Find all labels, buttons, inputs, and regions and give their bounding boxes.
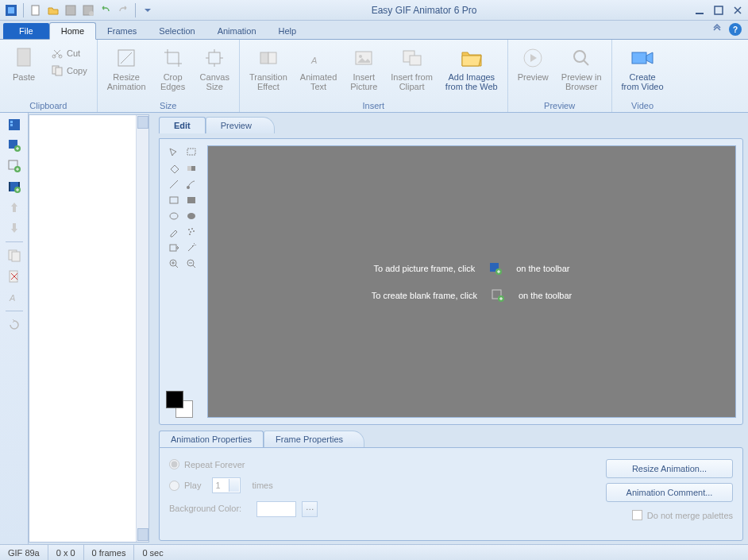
crop-edges-button[interactable]: Crop Edges — [154, 42, 192, 95]
undo-icon[interactable] — [98, 2, 114, 18]
background-color-picker[interactable] — [256, 501, 296, 517]
copy-icon — [51, 64, 64, 77]
delete-frame-icon[interactable] — [5, 268, 24, 285]
tab-edit[interactable]: Edit — [159, 117, 206, 133]
create-from-video-button[interactable]: Create from Video — [617, 42, 669, 95]
new-icon[interactable] — [28, 2, 44, 18]
resize-animation-button-2[interactable]: Resize Animation... — [606, 459, 733, 478]
copy-button[interactable]: Copy — [46, 63, 92, 79]
preview-button[interactable]: Preview — [513, 42, 553, 85]
hint-insert-image-icon — [489, 262, 502, 275]
canvas-size-button[interactable]: Canvas Size — [195, 42, 234, 95]
svg-rect-3 — [66, 6, 75, 15]
color-swatches[interactable] — [166, 391, 193, 418]
play-count-input[interactable]: 1 — [212, 477, 241, 493]
paste-icon — [11, 45, 37, 71]
hint-blank-frame-icon — [492, 289, 504, 302]
frame-list-icon[interactable] — [5, 116, 24, 133]
text-frame-icon[interactable]: A — [5, 288, 24, 306]
tab-animation-properties[interactable]: Animation Properties — [159, 431, 264, 447]
resize-animation-button[interactable]: Resize Animation — [102, 42, 151, 95]
rect-fill-tool-icon[interactable] — [183, 193, 199, 207]
zoom-out-tool-icon[interactable] — [183, 257, 199, 271]
text-icon: A — [306, 45, 331, 71]
add-images-web-button[interactable]: Add Images from the Web — [441, 42, 503, 95]
copy-frame-icon[interactable] — [5, 247, 24, 265]
fill-tool-icon[interactable] — [166, 161, 182, 176]
fg-color-swatch[interactable] — [166, 391, 183, 408]
close-icon[interactable] — [731, 3, 745, 17]
paste-button[interactable]: Paste — [5, 42, 43, 85]
minimize-icon[interactable] — [692, 3, 707, 17]
frame-insert-image-icon[interactable] — [5, 137, 24, 154]
ellipse-tool-icon[interactable] — [166, 209, 182, 223]
background-color-row: Background Color: … — [169, 501, 318, 517]
frame-film-icon[interactable] — [5, 178, 24, 195]
tab-frames[interactable]: Frames — [96, 23, 148, 39]
svg-point-49 — [191, 228, 193, 230]
gradient-tool-icon[interactable] — [183, 161, 199, 176]
tab-animation[interactable]: Animation — [206, 23, 268, 39]
play-icon — [520, 45, 546, 71]
canvas-hint-picture: To add picture frame, click on the toolb… — [373, 262, 569, 275]
line-tool-icon[interactable] — [166, 177, 182, 191]
ribbon: Paste Cut Copy Clipboard Resize Animatio… — [0, 40, 748, 113]
rect-tool-icon[interactable] — [166, 193, 182, 207]
tab-help[interactable]: Help — [268, 23, 308, 39]
qat-dropdown-icon[interactable] — [140, 2, 156, 18]
marquee-tool-icon[interactable] — [183, 145, 199, 160]
background-color-browse-button[interactable]: … — [302, 501, 318, 517]
preview-browser-button[interactable]: Preview in Browser — [557, 42, 607, 95]
save-icon[interactable] — [63, 2, 79, 18]
spray-tool-icon[interactable] — [183, 225, 199, 239]
open-icon[interactable] — [45, 2, 61, 18]
save-as-icon[interactable] — [80, 2, 96, 18]
app-icon[interactable] — [3, 2, 19, 18]
collapse-ribbon-icon[interactable] — [711, 23, 723, 36]
tab-selection[interactable]: Selection — [148, 23, 206, 39]
ribbon-tabs: File Home Frames Selection Animation Hel… — [0, 21, 748, 40]
svg-rect-44 — [170, 197, 178, 203]
rotate-icon[interactable] — [5, 316, 24, 334]
merge-palettes-checkbox[interactable]: Do not merge palettes — [632, 510, 733, 520]
eyedropper-tool-icon[interactable] — [166, 225, 182, 239]
tab-frame-properties[interactable]: Frame Properties — [264, 431, 364, 447]
svg-rect-16 — [268, 52, 276, 64]
maximize-icon[interactable] — [711, 3, 726, 17]
frames-panel — [29, 114, 149, 543]
cut-button[interactable]: Cut — [46, 45, 92, 61]
file-tab[interactable]: File — [3, 23, 49, 39]
svg-rect-15 — [260, 52, 268, 64]
svg-rect-1 — [8, 7, 14, 14]
frames-scrollbar[interactable] — [136, 115, 148, 542]
frame-new-blank-icon[interactable] — [5, 157, 24, 175]
repeat-forever-radio[interactable]: Repeat Forever — [169, 459, 318, 469]
tab-preview[interactable]: Preview — [206, 117, 275, 133]
redo-icon[interactable] — [115, 2, 131, 18]
insert-clipart-button[interactable]: Insert from Clipart — [386, 42, 438, 95]
move-tool-icon[interactable] — [166, 241, 182, 255]
ellipse-fill-tool-icon[interactable] — [183, 209, 199, 223]
move-down-icon[interactable] — [5, 219, 24, 237]
brush-tool-icon[interactable] — [183, 177, 199, 191]
pointer-tool-icon[interactable] — [166, 145, 182, 160]
svg-point-47 — [187, 213, 195, 219]
zoom-in-tool-icon[interactable] — [166, 257, 182, 271]
svg-rect-42 — [187, 166, 191, 171]
tab-home[interactable]: Home — [49, 22, 96, 40]
svg-rect-38 — [10, 271, 17, 282]
move-up-icon[interactable] — [5, 199, 24, 216]
help-icon[interactable]: ? — [729, 23, 742, 36]
animated-text-button[interactable]: AAnimated Text — [295, 42, 341, 95]
wand-tool-icon[interactable] — [183, 241, 199, 255]
svg-point-43 — [187, 186, 190, 189]
ribbon-group-label: Preview — [513, 99, 607, 110]
svg-rect-7 — [715, 6, 723, 14]
animation-comment-button[interactable]: Animation Comment... — [606, 483, 733, 502]
transition-effect-button[interactable]: Transition Effect — [245, 42, 292, 95]
play-times-radio[interactable]: Play1times — [169, 477, 318, 493]
insert-picture-button[interactable]: Insert Picture — [345, 42, 383, 95]
right-area: Edit Preview To add picture fram — [149, 113, 748, 544]
ribbon-group-label: Size — [102, 99, 234, 110]
svg-rect-53 — [170, 245, 176, 251]
